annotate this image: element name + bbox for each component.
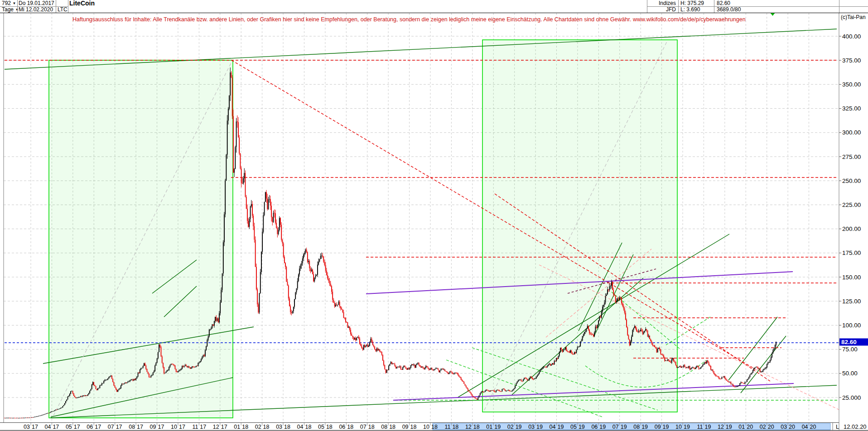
candle-body [25, 417, 26, 418]
candle-body [577, 347, 578, 350]
x-axis-label-month: 12 [213, 424, 219, 430]
candle-body [678, 367, 679, 368]
candle-body [555, 361, 556, 361]
candle-body [164, 373, 165, 374]
candle-body [107, 378, 108, 380]
candle-body [772, 354, 772, 357]
candle-body [85, 395, 86, 396]
candle-body [58, 409, 59, 409]
candle-body [690, 369, 691, 369]
candle-body [540, 370, 541, 372]
candle-body [487, 390, 487, 390]
candle-body [737, 387, 738, 387]
scale-indicator-button[interactable]: L [836, 423, 839, 430]
candle-body [744, 382, 745, 384]
y-axis-label: 250.00 [842, 177, 861, 184]
candle-body [60, 408, 61, 408]
candle-body [314, 278, 315, 281]
candle-body [144, 364, 145, 366]
candle-body [352, 336, 353, 337]
candle-body [495, 392, 496, 393]
candle-body [639, 330, 640, 331]
last-price-readout: 82.60 [717, 0, 730, 6]
period-dropdown[interactable]: Tage ▼ [2, 7, 19, 13]
candle-body [26, 417, 27, 418]
candle-body [190, 367, 191, 369]
bars-count-dropdown[interactable]: 792 ▼ [2, 0, 16, 6]
x-axis-label-year: 18 [368, 424, 375, 430]
candle-body [395, 366, 396, 368]
x-axis-label-year: 19 [726, 424, 732, 430]
candle-body [330, 284, 331, 286]
candle-body [642, 330, 643, 334]
candle-body [758, 369, 759, 369]
chevron-down-icon[interactable]: ▼ [12, 1, 16, 5]
candle-body [284, 257, 285, 263]
candle-body [568, 351, 569, 352]
date-from-field[interactable]: Do 19.01.2017 [19, 0, 54, 6]
candle-body [359, 339, 360, 344]
candle-body [14, 418, 15, 418]
chart-header: 792 ▼ Tage ▼ Do 19.01.2017 Mi 12.02.2020… [0, 0, 868, 13]
candle-body [579, 346, 580, 347]
candle-body [233, 116, 234, 172]
y-axis-label: 50.00 [842, 370, 858, 377]
y-axis-label: 200.00 [842, 225, 861, 232]
date-to-field[interactable]: Mi 12.02.2020 [19, 7, 53, 13]
divider [68, 0, 68, 13]
trend-zone-rect[interactable] [482, 40, 677, 412]
candle-body [686, 368, 687, 368]
candle-body [373, 345, 374, 347]
candle-body [319, 259, 320, 262]
candle-body [285, 263, 286, 267]
x-axis-label-year: 17 [200, 424, 206, 430]
candle-body [28, 417, 29, 418]
price-chart-canvas[interactable]: 400.00375.00350.00325.00300.00275.00250.… [0, 0, 868, 431]
candle-body [351, 334, 352, 335]
candle-body [101, 385, 101, 386]
x-axis-label-year: 20 [768, 424, 774, 430]
candle-body [606, 295, 607, 296]
candle-body [444, 369, 445, 371]
candle-body [186, 365, 187, 366]
candle-body [53, 411, 54, 412]
candle-body [537, 375, 538, 377]
candle-body [82, 396, 82, 397]
candle-body [709, 362, 709, 365]
candle-body [265, 192, 266, 201]
candle-body [287, 282, 288, 286]
candle-body [553, 363, 554, 364]
candle-body [569, 352, 570, 353]
candle-body [582, 336, 583, 340]
candle-body [313, 274, 314, 282]
candle-body [414, 364, 415, 365]
candle-body [720, 379, 721, 379]
x-axis-label-month: 06 [87, 424, 93, 430]
candle-body [621, 298, 622, 303]
candle-body [419, 363, 420, 365]
candle-body [37, 416, 38, 417]
candle-body [714, 374, 715, 375]
candle-body [221, 290, 222, 302]
candle-body [755, 368, 756, 368]
candle-body [101, 383, 102, 385]
candle-body [448, 372, 448, 374]
candle-body [439, 371, 440, 373]
candle-body [315, 275, 316, 278]
candle-body [526, 378, 527, 379]
x-axis-label-year: 20 [810, 424, 816, 430]
candle-body [149, 377, 150, 378]
candle-body [538, 374, 539, 376]
candle-body [73, 393, 74, 396]
candle-body [473, 396, 473, 397]
candle-body [426, 366, 427, 367]
candle-body [497, 390, 497, 390]
candle-body [687, 368, 688, 368]
candle-body [656, 348, 657, 353]
candle-body [442, 369, 443, 369]
candle-body [235, 147, 236, 169]
candle-body [116, 389, 117, 392]
candle-body [275, 213, 276, 223]
candle-body [94, 385, 95, 386]
candle-body [277, 228, 278, 234]
